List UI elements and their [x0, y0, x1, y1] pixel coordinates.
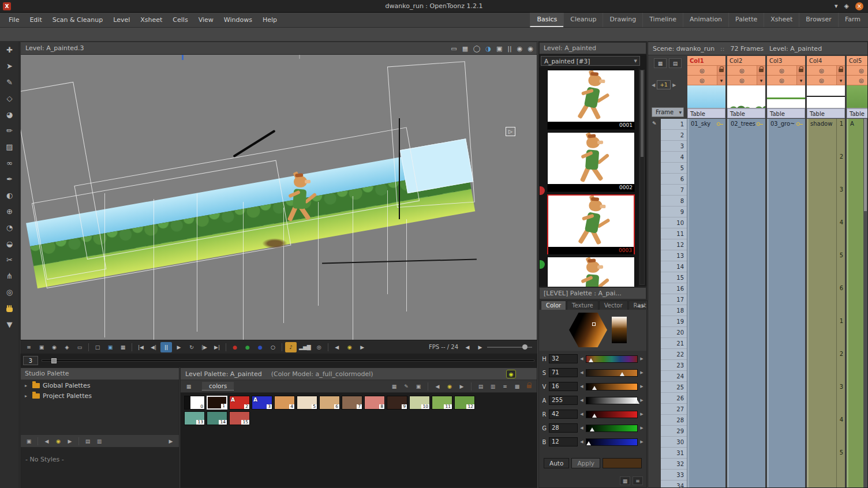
menu-level[interactable]: Level	[108, 13, 135, 27]
camera-view-icon[interactable]: ▭	[451, 45, 457, 52]
render-visibility-eye-icon[interactable]: ◎	[807, 66, 836, 75]
new-folder-button[interactable]: ▤	[83, 437, 92, 446]
tab-scroll-left-icon[interactable]: ◀	[637, 303, 641, 309]
frame-row-number[interactable]: 10	[661, 217, 687, 228]
column-table-label[interactable]: Table	[727, 108, 765, 118]
zoom-tool[interactable]: ◎	[1, 284, 18, 300]
scrollbar-thumb[interactable]	[864, 119, 867, 211]
viewer-menu-button[interactable]: ≡	[23, 342, 35, 352]
menu-scan-cleanup[interactable]: Scan & Cleanup	[47, 13, 108, 27]
camera-capture-button[interactable]: ◉	[48, 342, 60, 352]
slider-increase-icon[interactable]: ▶	[639, 440, 644, 444]
slider-increase-icon[interactable]: ▶	[639, 426, 644, 430]
fps-up-button[interactable]: ▶	[474, 342, 486, 352]
folder-button[interactable]: ▥	[95, 437, 104, 446]
slider-decrease-icon[interactable]: ◀	[579, 356, 584, 361]
pause-button[interactable]: ||	[160, 342, 172, 352]
hexagon-color-picker[interactable]	[569, 313, 607, 347]
new-page-button[interactable]: ▥	[488, 382, 497, 391]
column-table-label[interactable]: Table	[767, 108, 805, 118]
column-name[interactable]: Col3	[767, 56, 805, 66]
3d-view-icon[interactable]: ◑	[485, 45, 491, 52]
toggle-xsheet-view-button[interactable]: ▦	[654, 58, 667, 68]
channel-value-field[interactable]: 255	[549, 396, 578, 405]
style-swatch-6[interactable]: 6	[319, 396, 340, 410]
close-window-icon[interactable]: ×	[855, 2, 863, 10]
toggle-camera-column-button[interactable]: ▤	[669, 58, 682, 68]
style-grid-button[interactable]: ▦	[390, 382, 399, 391]
step-frame-button[interactable]: +1	[657, 80, 671, 89]
frame-row-number[interactable]: 33	[661, 470, 687, 481]
tab-vector[interactable]: Vector	[599, 301, 628, 310]
slider-handle[interactable]	[586, 441, 591, 445]
xsheet-scrollbar[interactable]	[863, 119, 867, 488]
slider-decrease-icon[interactable]: ◀	[579, 440, 584, 444]
frame-row-number[interactable]: 27	[661, 404, 687, 415]
slider-decrease-icon[interactable]: ◀	[579, 370, 584, 375]
channel-slider[interactable]	[586, 438, 638, 446]
camstand-visibility-eye-icon[interactable]: ◎	[727, 76, 757, 85]
flip-prev-button[interactable]: ◀	[331, 342, 343, 352]
column-lock-icon[interactable]	[757, 66, 765, 75]
blank-frames-button[interactable]: ◉	[344, 342, 356, 352]
new-style-button[interactable]: ▤	[476, 382, 485, 391]
bulb-button[interactable]: ◉	[54, 437, 63, 446]
frame-row-number[interactable]: 21	[661, 338, 687, 349]
camstand-view-button[interactable]: □	[92, 342, 103, 352]
slider-decrease-icon[interactable]: ◀	[579, 384, 584, 389]
slider-handle[interactable]	[620, 372, 624, 376]
animate-tool[interactable]: ✚	[1, 42, 18, 58]
channel-slider[interactable]	[586, 397, 638, 404]
frame-row-number[interactable]: 8	[661, 196, 687, 207]
style-swatch-8[interactable]: 8	[364, 396, 385, 410]
column-name[interactable]: Col1	[687, 56, 725, 66]
column-thumbnail[interactable]	[727, 85, 765, 108]
camstand-visibility-eye-icon[interactable]: ◎	[687, 76, 717, 85]
frame-thumbnail-4[interactable]	[547, 257, 635, 287]
style-swatch-7[interactable]: 7	[342, 396, 362, 410]
frame-slider[interactable]	[42, 356, 534, 365]
table-view-icon[interactable]: ▦	[462, 45, 468, 52]
frame-slider-handle[interactable]	[51, 358, 57, 363]
menu-file[interactable]: File	[3, 13, 24, 27]
camera-view-button[interactable]: ▦	[117, 342, 129, 352]
sound-button[interactable]: ♪	[285, 342, 297, 352]
viewer-header[interactable]: Level: A_painted.3 ▭▦◯◑▣||◉◉	[20, 42, 537, 55]
frame-row-number[interactable]: 30	[661, 437, 687, 448]
auto-button[interactable]: Auto	[544, 458, 569, 468]
frame-row-number[interactable]: 22	[661, 349, 687, 360]
frame-row-number[interactable]: 15	[661, 272, 687, 283]
style-swatch-1[interactable]: 1	[207, 396, 227, 410]
style-swatch-5[interactable]: 5	[297, 396, 317, 410]
menu-windows[interactable]: Windows	[219, 13, 257, 27]
channel-value-field[interactable]: 42	[549, 410, 578, 419]
maximize-window-icon[interactable]: ◈	[844, 2, 849, 10]
frame-row-number[interactable]: 2	[661, 130, 687, 141]
frame-row-number[interactable]: 5	[661, 163, 687, 174]
style-swatch-15[interactable]: 15	[229, 411, 250, 425]
last-frame-button[interactable]: ▶|	[211, 342, 223, 352]
menu-xsheet[interactable]: Xsheet	[135, 13, 167, 27]
level-select-dropdown[interactable]: A_painted [#3] ▼	[541, 56, 640, 66]
subcamera-preview-icon[interactable]: ◉	[527, 45, 533, 52]
freeze-icon[interactable]: ||	[507, 45, 511, 52]
column-table-label[interactable]: Table	[687, 108, 725, 118]
frame-row-number[interactable]: 24	[661, 371, 687, 382]
xsheet-header[interactable]: Scene: dwanko_run :: 72 Frames Level: A_…	[648, 42, 867, 55]
frame-thumbnail-2[interactable]: 0002	[547, 132, 635, 192]
room-tab-drawing[interactable]: Drawing	[603, 13, 642, 27]
room-tab-browser[interactable]: Browser	[799, 13, 838, 27]
channel-value-field[interactable]: 16	[549, 382, 578, 391]
room-tab-timeline[interactable]: Timeline	[642, 13, 683, 27]
3d-view-button[interactable]: ▣	[104, 342, 116, 352]
tab-texture[interactable]: Texture	[567, 301, 598, 310]
hand-tool[interactable]	[1, 301, 18, 316]
viewer-canvas[interactable]: ▷	[21, 55, 537, 340]
slider-decrease-icon[interactable]: ◀	[579, 412, 584, 416]
expand-arrow-icon[interactable]: ▸	[25, 393, 29, 399]
nav-left-button[interactable]: ◀	[42, 437, 51, 446]
camstand-visibility-eye-icon[interactable]: ◎	[847, 76, 868, 85]
fps-down-button[interactable]: ◀	[462, 342, 473, 352]
slider-increase-icon[interactable]: ▶	[639, 370, 644, 375]
style-swatch-2[interactable]: A2	[229, 396, 250, 410]
